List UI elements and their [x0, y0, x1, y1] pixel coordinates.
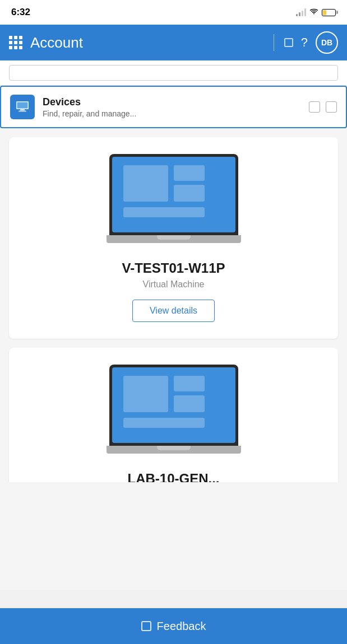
- status-time: 6:32: [11, 7, 30, 18]
- view-details-button-1[interactable]: View details: [132, 300, 215, 322]
- device-name-2: LAB-10-GEN...: [127, 471, 219, 482]
- devices-subtitle: Find, repair, and manage...: [43, 109, 309, 118]
- header-square-icon[interactable]: [284, 38, 293, 47]
- feedback-label: Feedback: [157, 620, 206, 633]
- content-area: Devices Find, repair, and manage...: [0, 86, 347, 590]
- laptop-base-2: [107, 446, 241, 454]
- grid-menu-icon[interactable]: [9, 36, 22, 49]
- search-area: [0, 60, 347, 86]
- svg-rect-2: [20, 109, 25, 111]
- devices-title: Devices: [43, 96, 309, 108]
- status-bar: 6:32: [0, 0, 347, 25]
- svg-rect-1: [17, 102, 28, 109]
- checkbox-1[interactable]: [309, 101, 320, 113]
- screen-tile-2: [174, 165, 205, 181]
- screen-tile-8: [123, 418, 205, 428]
- devices-checkboxes: [309, 101, 337, 113]
- status-icons: [296, 7, 336, 17]
- device-item-2-partial: LAB-10-GEN... Virtual Machi...: [0, 348, 347, 482]
- user-avatar[interactable]: DB: [316, 31, 338, 54]
- devices-icon: [10, 95, 35, 119]
- help-button[interactable]: ?: [301, 35, 308, 50]
- screen-tile-3: [174, 185, 205, 202]
- header-title: Account: [30, 34, 263, 52]
- devices-text: Devices Find, repair, and manage...: [43, 96, 309, 118]
- device-type-1: Virtual Machine: [143, 279, 205, 290]
- wifi-icon: [309, 7, 318, 17]
- device-item-1: V-TEST01-W11P Virtual Machine View detai…: [9, 137, 338, 339]
- screen-tile-6: [174, 376, 205, 391]
- signal-icon: [296, 8, 306, 16]
- laptop-hinge-1: [157, 235, 191, 240]
- laptop-base-1: [107, 235, 241, 243]
- laptop-screen-2: [109, 365, 238, 446]
- laptop-screen-inner-1: [112, 157, 235, 232]
- laptop-screen-inner-2: [112, 367, 235, 443]
- screen-tile-1: [123, 165, 168, 202]
- checkbox-2[interactable]: [326, 101, 337, 113]
- svg-rect-3: [18, 111, 26, 112]
- device-name-1: V-TEST01-W11P: [122, 260, 225, 276]
- laptop-illustration-1: [107, 154, 241, 249]
- screen-tile-7: [174, 395, 205, 412]
- search-bar[interactable]: [9, 65, 338, 81]
- laptop-screen-1: [109, 154, 238, 235]
- header-divider: [274, 34, 274, 51]
- battery-icon: [322, 9, 336, 16]
- laptop-illustration-2: [107, 365, 241, 460]
- app-header: Account ? DB: [0, 25, 347, 60]
- devices-card-header[interactable]: Devices Find, repair, and manage...: [0, 86, 347, 128]
- screen-tile-4: [123, 207, 205, 217]
- device-item-2: LAB-10-GEN... Virtual Machi...: [9, 348, 338, 482]
- feedback-bar[interactable]: Feedback: [0, 608, 347, 644]
- laptop-hinge-2: [157, 446, 191, 450]
- screen-tile-5: [123, 376, 168, 412]
- feedback-checkbox-icon: [141, 621, 151, 631]
